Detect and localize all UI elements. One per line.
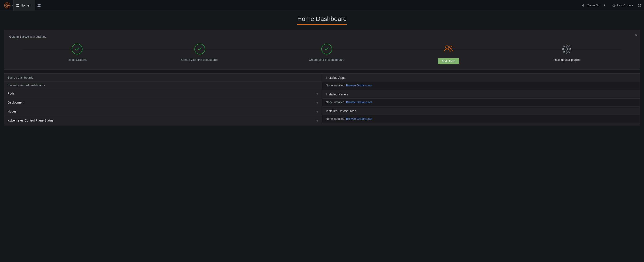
svg-line-29 xyxy=(567,47,568,48)
zoom-controls: Zoom Out xyxy=(580,2,608,8)
svg-point-18 xyxy=(570,48,571,50)
settings-button[interactable] xyxy=(34,0,44,11)
step-install-check xyxy=(72,44,82,54)
step-dashboard-check xyxy=(321,44,332,54)
refresh-button[interactable] xyxy=(638,3,641,7)
svg-point-22 xyxy=(563,51,565,52)
nav-home-button[interactable]: Home ▾ xyxy=(13,0,34,11)
svg-rect-10 xyxy=(18,5,19,6)
step-install-label: Install Grafana xyxy=(68,58,87,61)
dashboard-item-deployment[interactable]: Deployment ☆ xyxy=(4,98,322,107)
star-deployment-icon[interactable]: ☆ xyxy=(315,100,318,105)
topnav: ▾ Home ▾ Zoom Ou xyxy=(0,0,644,11)
step-datasource-icon xyxy=(194,43,206,55)
left-panel: Starred dashboards Recently viewed dashb… xyxy=(4,73,322,125)
step-plugins-label: Install apps & plugins xyxy=(553,58,580,61)
svg-point-16 xyxy=(566,52,567,53)
page-title-container: Home Dashboard xyxy=(4,15,640,25)
svg-point-20 xyxy=(569,51,570,52)
dashboard-item-nodes[interactable]: Nodes ☆ xyxy=(4,107,322,116)
nav-home-caret: ▾ xyxy=(30,4,32,6)
installed-datasources-section: Installed Datasources None installed. Br… xyxy=(322,107,640,123)
close-panel-button[interactable]: × xyxy=(635,33,638,37)
installed-apps-section: Installed Apps None installed. Browse Gr… xyxy=(322,74,640,90)
step-datasource-label: Create your first data source xyxy=(181,58,218,61)
getting-started-panel: Getting Started with Grafana × Install G… xyxy=(4,30,640,70)
svg-point-6 xyxy=(7,5,8,6)
svg-line-30 xyxy=(564,50,566,51)
browse-grafana-apps-link[interactable]: Browse Grafana.net xyxy=(346,84,372,87)
installed-apps-none-text: None installed. xyxy=(326,84,345,87)
step-users-icon xyxy=(442,43,455,55)
svg-point-15 xyxy=(566,45,567,46)
topnav-left: ▾ Home ▾ xyxy=(3,0,44,11)
step-dashboard-label: Create your first dashboard xyxy=(309,58,344,61)
svg-rect-7 xyxy=(16,4,18,5)
step-dashboard: Create your first dashboard xyxy=(309,43,344,61)
step-plugins-icon xyxy=(560,43,573,55)
topnav-right: Zoom Out Last 6 hours xyxy=(580,2,641,8)
page-content: Home Dashboard Getting Started with Graf… xyxy=(0,11,644,130)
installed-datasources-title: Installed Datasources xyxy=(322,107,640,115)
dashboard-item-pods-name: Pods xyxy=(8,92,15,95)
browse-grafana-datasources-link[interactable]: Browse Grafana.net xyxy=(346,117,372,121)
installed-datasources-content: None installed. Browse Grafana.net xyxy=(322,115,640,123)
panel-title: Getting Started with Grafana xyxy=(9,35,635,38)
installed-panels-section: Installed Panels None installed. Browse … xyxy=(322,90,640,107)
installed-panels-title: Installed Panels xyxy=(322,90,640,98)
step-users: Add Users xyxy=(435,43,462,64)
zoom-forward-button[interactable] xyxy=(602,2,608,8)
svg-point-21 xyxy=(569,46,570,47)
svg-rect-9 xyxy=(16,5,18,6)
zoom-back-button[interactable] xyxy=(580,2,586,8)
svg-line-27 xyxy=(564,47,566,48)
right-panel: Installed Apps None installed. Browse Gr… xyxy=(322,73,640,125)
svg-line-28 xyxy=(567,50,568,51)
svg-point-17 xyxy=(562,48,564,50)
svg-rect-8 xyxy=(18,4,19,5)
nav-home-label: Home xyxy=(21,3,29,7)
recently-viewed-header: Recently viewed dashboards xyxy=(4,82,322,89)
star-pods-icon[interactable]: ☆ xyxy=(315,91,318,95)
time-range-picker[interactable]: Last 6 hours xyxy=(611,3,635,8)
svg-point-13 xyxy=(450,46,452,49)
star-k8s-icon[interactable]: ☆ xyxy=(315,118,318,123)
dashboard-item-pods[interactable]: Pods ☆ xyxy=(4,89,322,98)
installed-apps-content: None installed. Browse Grafana.net xyxy=(322,82,640,90)
dashboard-item-k8s[interactable]: Kubernetes Control Plane Status ☆ xyxy=(4,116,322,125)
step-dashboard-icon xyxy=(320,43,333,55)
steps-container: Install Grafana Create your first data s… xyxy=(9,43,635,64)
lower-grid: Starred dashboards Recently viewed dashb… xyxy=(4,73,640,125)
dashboard-item-deployment-name: Deployment xyxy=(8,101,24,104)
home-icon xyxy=(16,4,20,7)
star-nodes-icon[interactable]: ☆ xyxy=(315,109,318,114)
installed-panels-none-text: None installed. xyxy=(326,100,345,104)
step-install: Install Grafana xyxy=(64,43,91,61)
installed-apps-title: Installed Apps xyxy=(322,74,640,82)
browse-grafana-panels-link[interactable]: Browse Grafana.net xyxy=(346,100,372,104)
starred-dashboards-header: Starred dashboards xyxy=(4,74,322,82)
svg-point-12 xyxy=(446,46,449,49)
grafana-logo-btn[interactable] xyxy=(3,1,12,10)
dashboard-item-k8s-name: Kubernetes Control Plane Status xyxy=(8,119,54,122)
step-datasource: Create your first data source xyxy=(181,43,218,61)
page-title: Home Dashboard xyxy=(297,15,346,25)
add-users-button[interactable]: Add Users xyxy=(438,58,459,64)
step-install-icon xyxy=(71,43,84,55)
dashboard-item-nodes-name: Nodes xyxy=(8,110,16,113)
installed-panels-content: None installed. Browse Grafana.net xyxy=(322,98,640,107)
step-plugins: Install apps & plugins xyxy=(553,43,580,61)
svg-point-19 xyxy=(563,46,565,47)
zoom-out-label[interactable]: Zoom Out xyxy=(588,3,600,7)
step-datasource-check xyxy=(194,44,205,54)
time-range-label: Last 6 hours xyxy=(617,3,633,7)
installed-datasources-none-text: None installed. xyxy=(326,117,345,121)
